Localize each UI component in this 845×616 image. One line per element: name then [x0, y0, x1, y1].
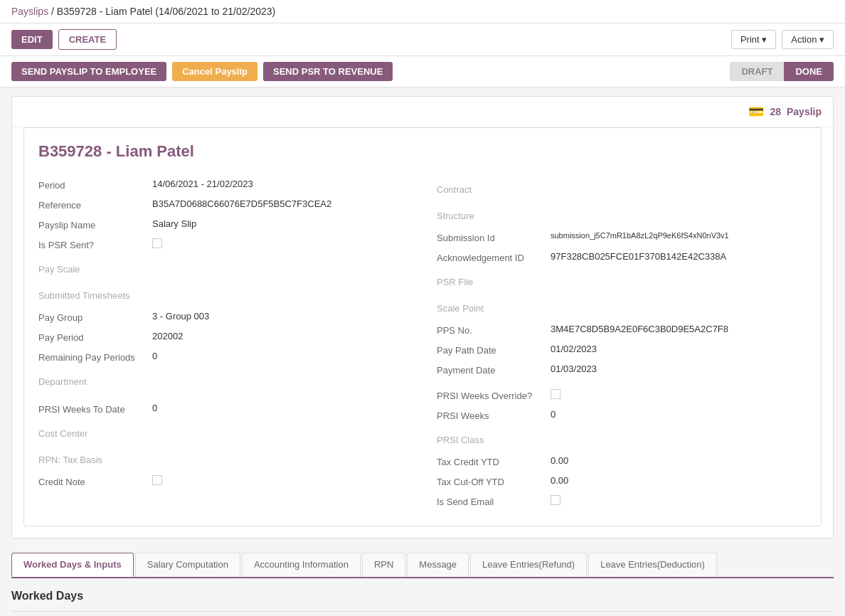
main-toolbar: EDIT CREATE Print ▾ Action ▾: [0, 23, 845, 56]
payslip-badge-count: 28: [770, 106, 781, 117]
tab-salary-computation[interactable]: Salary Computation: [135, 553, 240, 577]
tax-credit-ytd-label: Tax Credit YTD: [437, 455, 551, 467]
field-credit-note: Credit Note: [38, 472, 408, 492]
field-structure: Structure: [437, 201, 807, 228]
pay-group-value: 3 - Group 003: [152, 311, 408, 322]
remaining-pay-label: Remaining Pay Periods: [38, 351, 152, 363]
submission-id-value: submission_j5C7mR1bA8zL2qP9eK6fS4xN0nV3v…: [551, 231, 807, 240]
is-psr-sent-checkbox[interactable]: [152, 238, 162, 248]
is-send-email-checkbox[interactable]: [551, 495, 560, 505]
cost-center-label: Cost Center: [38, 423, 152, 442]
send-payslip-button[interactable]: SEND PAYSLIP TO EMPLOYEE: [11, 62, 166, 81]
field-department: Department: [38, 367, 408, 393]
tax-credit-ytd-value: 0.00: [551, 455, 807, 466]
field-prsi-weeks-override: PRSI Weeks Override?: [437, 386, 807, 405]
structure-label: Structure: [437, 205, 551, 224]
tab-worked-days[interactable]: Worked Days & Inputs: [11, 553, 134, 577]
worked-days-section-title: Worked Days: [11, 590, 834, 602]
field-period: Period 14/06/2021 - 21/02/2023: [38, 175, 408, 195]
field-pay-group: Pay Group 3 - Group 003: [38, 307, 408, 327]
field-prsi-weeks-to-date: PRSI Weeks To Date 0: [38, 399, 408, 419]
record-title: B359728 - Liam Patel: [38, 142, 807, 161]
fields-grid: Period 14/06/2021 - 21/02/2023 Reference…: [38, 175, 807, 511]
credit-note-checkbox[interactable]: [152, 475, 162, 485]
action-bar: SEND PAYSLIP TO EMPLOYEE Cancel Payslip …: [0, 56, 845, 87]
field-rpn-tax-basis: RPN: Tax Basis: [38, 445, 408, 472]
payslip-name-value: Salary Slip: [152, 218, 408, 229]
tax-cutoff-ytd-label: Tax Cut-Off YTD: [437, 475, 551, 487]
breadcrumb-separator: /: [51, 6, 54, 17]
tab-rpn[interactable]: RPN: [362, 553, 405, 577]
tax-cutoff-ytd-value: 0.00: [551, 475, 807, 486]
field-remaining-pay: Remaining Pay Periods 0: [38, 347, 408, 367]
field-prsi-weeks: PRSI Weeks 0: [437, 405, 807, 425]
reference-value: B35A7D0688C66076E7D5F5B5C7F3CEA2: [152, 198, 408, 209]
submission-id-label: Submission Id: [437, 231, 551, 243]
prsi-weeks-override-checkbox[interactable]: [551, 389, 560, 399]
payslip-badge-label: Payslip: [787, 106, 822, 117]
print-button[interactable]: Print ▾: [731, 30, 776, 49]
payslip-badge-icon: 💳: [748, 104, 764, 120]
badge-row: 💳 28 Payslip: [12, 97, 833, 127]
prsi-weeks-label: PRSI Weeks: [437, 409, 551, 421]
pay-scale-label: Pay Scale: [38, 258, 152, 277]
status-done: DONE: [784, 62, 834, 81]
field-pay-path-date: Pay Path Date 01/02/2023: [437, 340, 807, 360]
breadcrumb-parent-link[interactable]: Payslips: [11, 6, 48, 17]
prsi-weeks-value: 0: [551, 409, 807, 420]
department-label: Department: [38, 371, 152, 390]
print-label: Print: [740, 34, 760, 45]
field-submitted-timesheets: Submitted Timesheets: [38, 281, 408, 307]
tab-leave-entries-refund[interactable]: Leave Entries(Refund): [470, 553, 587, 577]
breadcrumb-bar: Payslips / B359728 - Liam Patel (14/06/2…: [0, 0, 845, 23]
field-submission-id: Submission Id submission_j5C7mR1bA8zL2qP…: [437, 228, 807, 248]
action-label: Action: [791, 34, 817, 45]
main-card: 💳 28 Payslip B359728 - Liam Patel Period…: [11, 96, 834, 538]
is-send-email-value: [551, 495, 807, 507]
breadcrumb-current: B359728 - Liam Patel (14/06/2021 to 21/0…: [57, 6, 275, 17]
cancel-payslip-button[interactable]: Cancel Payslip: [172, 62, 257, 81]
pps-no-value: 3M4E7C8D5B9A2E0F6C3B0D9E5A2C7F8: [551, 324, 807, 334]
action-button[interactable]: Action ▾: [782, 30, 834, 49]
fields-left: Period 14/06/2021 - 21/02/2023 Reference…: [38, 175, 408, 511]
remaining-pay-value: 0: [152, 351, 408, 361]
status-draft: DRAFT: [730, 62, 784, 81]
edit-button[interactable]: EDIT: [11, 30, 53, 49]
submitted-timesheets-label: Submitted Timesheets: [38, 285, 152, 304]
prsi-weeks-override-label: PRSI Weeks Override?: [437, 389, 551, 401]
field-psr-file: PSR File: [437, 267, 807, 294]
create-button[interactable]: CREATE: [58, 29, 117, 50]
prsi-weeks-override-value: [551, 389, 807, 401]
prsi-class-label: PRSI Class: [437, 429, 551, 448]
payslip-badge[interactable]: 💳 28 Payslip: [748, 104, 822, 120]
field-payslip-name: Payslip Name Salary Slip: [38, 215, 408, 235]
field-scale-point: Scale Point: [437, 294, 807, 320]
contract-label: Contract: [437, 179, 551, 198]
credit-note-value: [152, 475, 408, 487]
page-wrapper: Payslips / B359728 - Liam Patel (14/06/2…: [0, 0, 845, 616]
rpn-tax-basis-label: RPN: Tax Basis: [38, 449, 152, 468]
field-prsi-class: PRSI Class: [437, 425, 807, 452]
is-send-email-label: Is Send Email: [437, 495, 551, 507]
acknowledgement-id-label: Acknowledgement ID: [437, 251, 551, 263]
send-psr-button[interactable]: SEND PSR TO REVENUE: [263, 62, 393, 81]
tab-accounting-information[interactable]: Accounting Information: [242, 553, 361, 577]
period-label: Period: [38, 179, 152, 191]
worked-days-table-header: Description Code Number of... Number of.…: [11, 611, 834, 616]
status-bar: DRAFT DONE: [730, 62, 834, 81]
pay-period-value: 202002: [152, 331, 408, 341]
reference-label: Reference: [38, 198, 152, 211]
is-psr-sent-value: [152, 238, 408, 250]
fields-right: Contract Structure Submission Id submiss…: [437, 175, 807, 511]
acknowledgement-id-value: 97F328CB025FCE01F370B142E42C338A: [551, 251, 807, 262]
prsi-weeks-to-date-value: 0: [152, 403, 408, 413]
field-pps-no: PPS No. 3M4E7C8D5B9A2E0F6C3B0D9E5A2C7F8: [437, 320, 807, 340]
tab-message[interactable]: Message: [407, 553, 469, 577]
pay-group-label: Pay Group: [38, 311, 152, 323]
field-tax-cutoff-ytd: Tax Cut-Off YTD 0.00: [437, 472, 807, 492]
tabs-bar: Worked Days & Inputs Salary Computation …: [11, 553, 834, 578]
credit-note-label: Credit Note: [38, 475, 152, 487]
print-chevron-icon: ▾: [762, 34, 767, 45]
field-is-send-email: Is Send Email: [437, 492, 807, 511]
tab-leave-entries-deduction[interactable]: Leave Entries(Deduction): [588, 553, 717, 577]
